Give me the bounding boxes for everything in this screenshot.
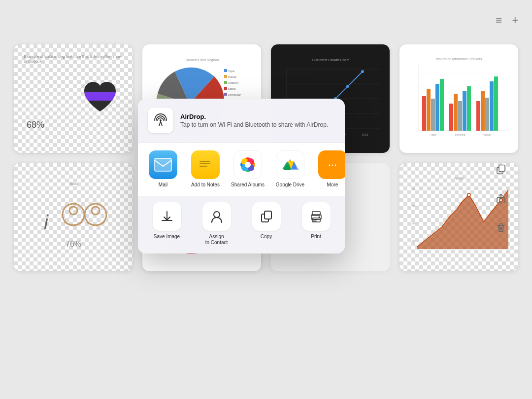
more-label: More: [327, 182, 338, 188]
svg-rect-37: [427, 89, 431, 131]
export-icon[interactable]: [496, 193, 506, 206]
svg-rect-50: [494, 76, 498, 131]
svg-point-71: [467, 193, 470, 196]
svg-rect-49: [490, 81, 494, 131]
svg-rect-4: [224, 75, 227, 78]
svg-rect-83: [200, 163, 210, 164]
svg-text:Customer Growth Chart: Customer Growth Chart: [312, 58, 349, 62]
menu-icon[interactable]: ≡: [496, 14, 502, 27]
svg-rect-47: [481, 91, 485, 131]
svg-text:i: i: [44, 212, 49, 233]
svg-rect-2: [224, 69, 227, 72]
svg-text:20: 20: [412, 222, 415, 225]
svg-point-57: [69, 207, 77, 215]
svg-text:Type: Type: [228, 70, 235, 73]
trash-icon[interactable]: [496, 222, 506, 235]
svg-text:Countries and Regions: Countries and Regions: [184, 58, 220, 62]
card-bar-insurance[interactable]: Insurance affordable Smokers: [399, 44, 518, 153]
svg-rect-80: [155, 158, 171, 171]
airdrop-subtitle-inline: Tap to turn on Wi-Fi and Bluetooth to sh…: [180, 121, 328, 128]
mail-icon: [149, 150, 177, 179]
svg-rect-10: [224, 93, 227, 96]
drive-icon: [276, 150, 304, 179]
svg-rect-41: [449, 104, 453, 131]
print-label: Print: [311, 234, 321, 240]
svg-text:Pulsar: Pulsar: [228, 75, 236, 78]
svg-text:30: 30: [412, 205, 415, 208]
svg-text:Lenticular: Lenticular: [228, 93, 241, 96]
card-icons-76[interactable]: Total i 76%: [14, 163, 133, 271]
app-item-photos[interactable]: Shared Albums: [229, 150, 267, 188]
svg-rect-74: [499, 165, 505, 171]
svg-point-100: [318, 217, 320, 218]
svg-rect-40: [440, 79, 444, 131]
card-heart[interactable]: Example of quite a long text note that i…: [14, 44, 133, 153]
svg-text:Total: Total: [69, 181, 77, 186]
print-icon: [302, 202, 331, 231]
svg-rect-43: [458, 101, 462, 131]
svg-text:Apple: Apple: [430, 133, 436, 136]
copy-icon[interactable]: [496, 164, 506, 177]
app-item-more[interactable]: ··· More: [313, 150, 345, 188]
bar-chart-svg: Insurance affordable Smokers: [405, 54, 513, 143]
svg-rect-42: [454, 94, 458, 131]
svg-point-27: [361, 70, 364, 73]
copy-action-icon: [252, 202, 281, 231]
airdrop-icon: [148, 108, 173, 133]
card-label: Example of quite a long text note that i…: [24, 54, 125, 65]
app-item-mail[interactable]: Mail: [144, 150, 182, 188]
svg-text:10: 10: [412, 239, 415, 242]
app-item-drive[interactable]: Google Drive: [271, 150, 309, 188]
app-row: Mail Add to Notes: [138, 143, 345, 196]
airdrop-title: AirDrop. Tap to turn on Wi-Fi and Blueto…: [180, 113, 328, 128]
svg-rect-8: [224, 87, 227, 90]
svg-text:76%: 76%: [65, 240, 81, 248]
photos-icon: [233, 150, 262, 179]
svg-rect-44: [463, 91, 466, 131]
svg-rect-82: [200, 161, 210, 162]
action-row: Save Image Assign to Contact Copy: [138, 196, 345, 254]
svg-rect-6: [224, 81, 227, 84]
airdrop-text: AirDrop. Tap to turn on Wi-Fi and Blueto…: [180, 113, 328, 128]
mail-label: Mail: [159, 182, 167, 188]
photos-label: Shared Albums: [231, 182, 265, 188]
save-image-icon: [153, 202, 181, 231]
svg-rect-45: [467, 86, 471, 131]
heart-graphic: [80, 78, 120, 119]
svg-point-94: [214, 212, 220, 218]
drive-label: Google Drive: [276, 182, 304, 188]
svg-text:Samsung: Samsung: [455, 133, 465, 136]
svg-text:Androm: Androm: [228, 81, 238, 84]
svg-text:Huawei: Huawei: [482, 133, 491, 136]
action-print[interactable]: Print: [293, 202, 339, 246]
svg-rect-36: [422, 96, 426, 131]
svg-rect-39: [435, 84, 439, 131]
icons-svg: Total i 76%: [24, 175, 123, 259]
svg-text:Insurance affordable Smokers: Insurance affordable Smokers: [436, 57, 482, 61]
svg-rect-48: [485, 98, 489, 131]
airdrop-section[interactable]: AirDrop. Tap to turn on Wi-Fi and Blueto…: [138, 99, 345, 143]
svg-text:2018: 2018: [362, 133, 368, 136]
save-image-label: Save Image: [154, 234, 180, 240]
app-item-notes[interactable]: Add to Notes: [186, 150, 225, 188]
svg-point-93: [245, 162, 251, 168]
action-copy[interactable]: Copy: [243, 202, 289, 246]
svg-text:Notifs: Notifs: [455, 177, 464, 180]
svg-rect-84: [200, 166, 207, 167]
notes-label: Add to Notes: [191, 182, 220, 188]
card-percent: 68%: [27, 120, 44, 130]
svg-text:Spiral: Spiral: [228, 87, 235, 90]
svg-rect-0: [80, 92, 120, 101]
share-modal: AirDrop. Tap to turn on Wi-Fi and Blueto…: [138, 99, 345, 254]
action-assign-contact[interactable]: Assign to Contact: [194, 202, 239, 246]
copy-label: Copy: [261, 234, 272, 240]
side-actions: [496, 164, 506, 235]
svg-point-59: [92, 207, 100, 215]
svg-rect-38: [431, 99, 435, 131]
assign-contact-icon: [202, 202, 231, 231]
notes-icon: [191, 150, 220, 179]
add-icon[interactable]: +: [512, 14, 518, 27]
svg-rect-97: [312, 212, 320, 216]
svg-rect-96: [265, 211, 271, 219]
action-save-image[interactable]: Save Image: [144, 202, 190, 246]
